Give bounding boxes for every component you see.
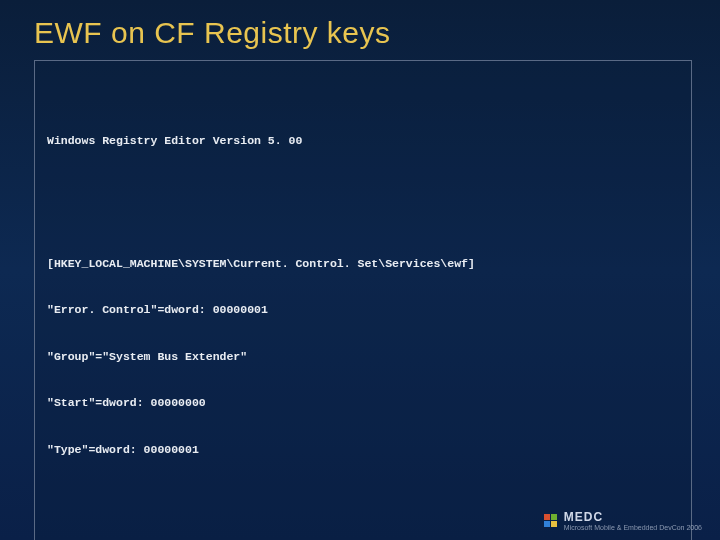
code-line: "Type"=dword: 00000001: [47, 442, 679, 458]
svg-rect-2: [544, 521, 550, 527]
footer: MEDC Microsoft Mobile & Embedded DevCon …: [544, 511, 702, 532]
code-line: "Group"="System Bus Extender": [47, 349, 679, 365]
footer-sub: Microsoft Mobile & Embedded DevCon 2006: [564, 524, 702, 532]
registry-code-box: Windows Registry Editor Version 5. 00 [H…: [34, 60, 692, 540]
code-line: [HKEY_LOCAL_MACHINE\SYSTEM\Current. Cont…: [47, 256, 679, 272]
footer-text: MEDC Microsoft Mobile & Embedded DevCon …: [564, 511, 702, 532]
code-header: Windows Registry Editor Version 5. 00: [47, 102, 679, 180]
windows-logo-icon: [544, 514, 558, 530]
footer-brand: MEDC: [564, 511, 702, 524]
code-block: [HKEY_LOCAL_MACHINE\SYSTEM\Current. Cont…: [47, 225, 679, 489]
code-line: "Error. Control"=dword: 00000001: [47, 302, 679, 318]
svg-rect-1: [551, 514, 557, 520]
svg-rect-0: [544, 514, 550, 520]
slide-title: EWF on CF Registry keys: [0, 0, 720, 60]
code-line: "Start"=dword: 00000000: [47, 395, 679, 411]
code-block: [HKEY_LOCAL_MACHINE\SYSTEM\Current. Cont…: [47, 533, 679, 540]
svg-rect-3: [551, 521, 557, 527]
code-line: Windows Registry Editor Version 5. 00: [47, 133, 679, 149]
